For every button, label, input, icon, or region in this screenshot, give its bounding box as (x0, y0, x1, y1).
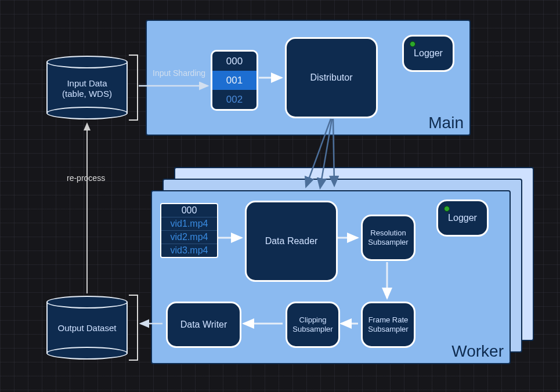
file-row: vid2.mp4 (161, 230, 217, 244)
distributor-box: Distributor (285, 37, 378, 118)
worker-title: Worker (451, 342, 504, 361)
file-list: 000 vid1.mp4 vid2.mp4 vid3.mp4 (160, 203, 218, 258)
resolution-subsampler-box: Resolution Subsampler (361, 215, 416, 261)
data-writer-box: Data Writer (166, 302, 241, 348)
shard-001: 001 (212, 71, 256, 90)
shard-002: 002 (212, 90, 256, 109)
shard-list: 000 001 002 (211, 50, 258, 111)
status-dot-icon (444, 206, 450, 212)
file-row: vid1.mp4 (161, 217, 217, 230)
worker-logger-box: Logger (436, 199, 489, 237)
status-dot-icon (410, 41, 416, 47)
framerate-subsampler-box: Frame Rate Subsampler (361, 302, 416, 348)
shard-000: 000 (212, 52, 256, 71)
data-reader-box: Data Reader (245, 201, 338, 282)
output-dataset-label: Output Dataset (46, 323, 128, 333)
main-title: Main (428, 114, 464, 132)
reprocess-label: re-process (67, 173, 105, 183)
input-data-cylinder: Input Data (table, WDS) (46, 56, 128, 119)
clipping-subsampler-box: Clipping Subsampler (286, 302, 340, 348)
main-container: Main 000 001 002 Distributor Logger (146, 20, 471, 136)
worker-stack: Worker 000 vid1.mp4 vid2.mp4 vid3.mp4 Da… (151, 167, 534, 353)
file-row: vid3.mp4 (161, 244, 217, 257)
output-dataset-cylinder: Output Dataset (46, 296, 128, 360)
worker-container: Worker 000 vid1.mp4 vid2.mp4 vid3.mp4 Da… (151, 190, 511, 364)
input-bracket (129, 55, 138, 121)
file-list-head: 000 (161, 204, 217, 217)
output-bracket (129, 295, 138, 361)
input-data-label: Input Data (table, WDS) (46, 78, 128, 99)
main-logger-box: Logger (402, 35, 454, 72)
input-sharding-label: Input Sharding (153, 68, 205, 78)
